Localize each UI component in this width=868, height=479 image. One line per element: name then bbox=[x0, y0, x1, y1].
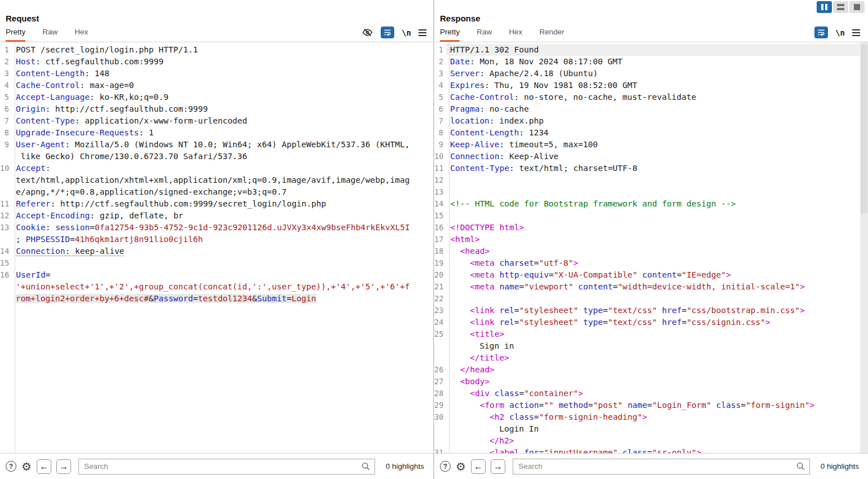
code-line: 13Cookie: session=0fa12754-93b5-4752-9c1… bbox=[0, 222, 433, 234]
code-line: 25 <title> bbox=[434, 328, 868, 340]
search-prev-button[interactable]: ← bbox=[471, 459, 486, 474]
code-line: 12Accept-Encoding: gzip, deflate, br bbox=[0, 210, 433, 222]
code-line: 9Keep-Alive: timeout=5, max=100 bbox=[434, 139, 868, 151]
code-line: 14<!-- HTML code for Bootstrap framework… bbox=[434, 198, 868, 210]
request-editor[interactable]: 1POST /secret_login/login.php HTTP/1.12H… bbox=[0, 42, 433, 453]
response-menu-icon[interactable] bbox=[852, 29, 860, 36]
response-editor[interactable]: 1HTTP/1.1 302 Found2Date: Mon, 18 Nov 20… bbox=[434, 42, 868, 453]
show-newlines-icon[interactable]: \n bbox=[402, 28, 411, 37]
code-line: 14Connection: keep-alive bbox=[0, 245, 433, 257]
code-line: 8Content-Length: 1234 bbox=[434, 127, 868, 139]
code-line: 30 <h2 class="form-signin-heading"> bbox=[434, 411, 868, 423]
word-wrap-icon[interactable] bbox=[381, 27, 394, 38]
code-line: 15 bbox=[0, 257, 433, 269]
response-search-input[interactable] bbox=[513, 459, 810, 474]
code-line: </title> bbox=[434, 352, 868, 364]
code-line: 1HTTP/1.1 302 Found bbox=[434, 44, 868, 56]
request-tab-hex[interactable]: Hex bbox=[74, 28, 88, 42]
code-line: 6Pragma: no-cache bbox=[434, 103, 868, 115]
code-line: 27 <body> bbox=[434, 376, 868, 388]
show-newlines-icon[interactable]: \n bbox=[835, 28, 845, 37]
code-line: 31 <label for="inputUsername" class="sr-… bbox=[434, 447, 868, 453]
response-search-bar: ? ⚙ ← → 0 highlights bbox=[434, 453, 868, 479]
code-line: Sign in bbox=[434, 340, 868, 352]
code-line: 4Expires: Thu, 19 Nov 1981 08:52:00 GMT bbox=[434, 80, 868, 91]
code-line: 3Server: Apache/2.4.18 (Ubuntu) bbox=[434, 68, 868, 80]
code-line: 20 <meta http-equiv="X-UA-Compatible" co… bbox=[434, 269, 868, 281]
hide-nonprintable-icon[interactable] bbox=[362, 27, 373, 38]
code-line: 11Referer: http://ctf.segfaulthub.com:99… bbox=[0, 198, 433, 210]
response-tab-raw[interactable]: Raw bbox=[477, 28, 492, 42]
code-line: 16<!DOCTYPE html> bbox=[434, 222, 868, 234]
code-line: 8Upgrade-Insecure-Requests: 1 bbox=[0, 127, 433, 139]
code-line: 9User-Agent: Mozilla/5.0 (Windows NT 10.… bbox=[0, 139, 433, 151]
code-line: 17<html> bbox=[434, 234, 868, 245]
code-line: Login In bbox=[434, 423, 868, 435]
help-icon[interactable]: ? bbox=[440, 461, 451, 472]
code-line: 24 <link rel="stylesheet" type="text/css… bbox=[434, 317, 868, 328]
layout-single-button[interactable] bbox=[849, 1, 865, 13]
code-line: 10Accept: bbox=[0, 162, 433, 174]
help-icon[interactable]: ? bbox=[6, 461, 16, 472]
code-line: 12 bbox=[434, 174, 868, 186]
search-settings-gear-icon[interactable]: ⚙ bbox=[21, 461, 32, 472]
response-panel-title: Response bbox=[440, 14, 481, 23]
code-line: 6Origin: http://ctf.segfaulthub.com:9999 bbox=[0, 103, 433, 115]
code-line: </h2> bbox=[434, 435, 868, 447]
request-gutter-line bbox=[15, 42, 15, 453]
response-tab-render[interactable]: Render bbox=[539, 28, 564, 42]
code-line: 2Date: Mon, 18 Nov 2024 08:17:00 GMT bbox=[434, 56, 868, 68]
code-line: 23 <link rel="stylesheet" type="text/css… bbox=[434, 305, 868, 317]
response-tab-hex[interactable]: Hex bbox=[509, 28, 522, 42]
response-editor-icons: \n bbox=[814, 27, 860, 38]
search-next-button[interactable]: → bbox=[491, 459, 505, 474]
response-tab-pretty[interactable]: Pretty bbox=[440, 28, 460, 42]
code-line: 16UserId= bbox=[0, 269, 433, 281]
request-search-bar: ? ⚙ ← → 0 highlights bbox=[0, 453, 433, 479]
word-wrap-icon[interactable] bbox=[814, 27, 828, 38]
code-line: rom+login2+order+by+6+desc#&Password=tes… bbox=[0, 293, 433, 305]
code-line: text/html,application/xhtml+xml,applicat… bbox=[0, 174, 433, 186]
request-tab-pretty[interactable]: Pretty bbox=[6, 28, 25, 42]
response-gutter-line bbox=[449, 42, 450, 453]
code-line: 22 bbox=[434, 293, 868, 305]
request-highlights-count: 0 highlights bbox=[386, 462, 424, 471]
code-line: 26 </head> bbox=[434, 364, 868, 376]
layout-columns-button[interactable] bbox=[817, 1, 832, 13]
code-line: 4Cache-Control: max-age=0 bbox=[0, 80, 433, 91]
search-prev-button[interactable]: ← bbox=[37, 459, 51, 474]
search-next-button[interactable]: → bbox=[56, 459, 71, 474]
burp-repeater-window: Request Pretty Raw Hex \n 1POST /secret_… bbox=[0, 0, 868, 479]
response-scrollbar-thumb[interactable] bbox=[861, 44, 867, 213]
code-line: 11Content-Type: text/html; charset=UTF-8 bbox=[434, 162, 868, 174]
layout-switcher bbox=[817, 1, 865, 13]
code-line: 29 <form action="" method="post" name="L… bbox=[434, 399, 868, 411]
code-line: 5Cache-Control: no-store, no-cache, must… bbox=[434, 91, 868, 103]
request-tab-raw[interactable]: Raw bbox=[42, 28, 58, 42]
code-line: 15 bbox=[434, 210, 868, 222]
code-line: 7Content-Type: application/x-www-form-ur… bbox=[0, 115, 433, 127]
code-line: 13 bbox=[434, 186, 868, 198]
response-panel: Response Pretty Raw Hex Render \n 1HTTP/… bbox=[434, 0, 868, 479]
code-line: 5Accept-Language: ko-KR,ko;q=0.9 bbox=[0, 91, 433, 103]
response-tabbar: Pretty Raw Hex Render bbox=[434, 27, 868, 42]
request-panel-title: Request bbox=[6, 14, 39, 23]
request-menu-icon[interactable] bbox=[418, 29, 426, 36]
request-panel: Request Pretty Raw Hex \n 1POST /secret_… bbox=[0, 0, 433, 479]
search-settings-gear-icon[interactable]: ⚙ bbox=[456, 461, 466, 472]
code-line: like Gecko) Chrome/130.0.6723.70 Safari/… bbox=[0, 151, 433, 162]
search-icon bbox=[361, 462, 371, 473]
code-line: e/apng,*/*;q=0.8,application/signed-exch… bbox=[0, 186, 433, 198]
response-scrollbar[interactable] bbox=[860, 42, 868, 453]
request-search-input[interactable] bbox=[78, 459, 375, 474]
response-highlights-count: 0 highlights bbox=[821, 462, 859, 471]
code-line: 18 <head> bbox=[434, 245, 868, 257]
code-line: ; PHPSESSID=41h6qkm1artj8n91lio0cjil6h bbox=[0, 234, 433, 245]
search-icon bbox=[796, 462, 805, 473]
code-line: 21 <meta name="viewport" content="width=… bbox=[434, 281, 868, 293]
code-line: '+union+select+'1',+'2',+group_concat(co… bbox=[0, 281, 433, 293]
code-line: 7location: index.php bbox=[434, 115, 868, 127]
code-line: 10Connection: Keep-Alive bbox=[434, 151, 868, 162]
request-editor-icons: \n bbox=[362, 27, 426, 38]
layout-rows-button[interactable] bbox=[833, 1, 848, 13]
